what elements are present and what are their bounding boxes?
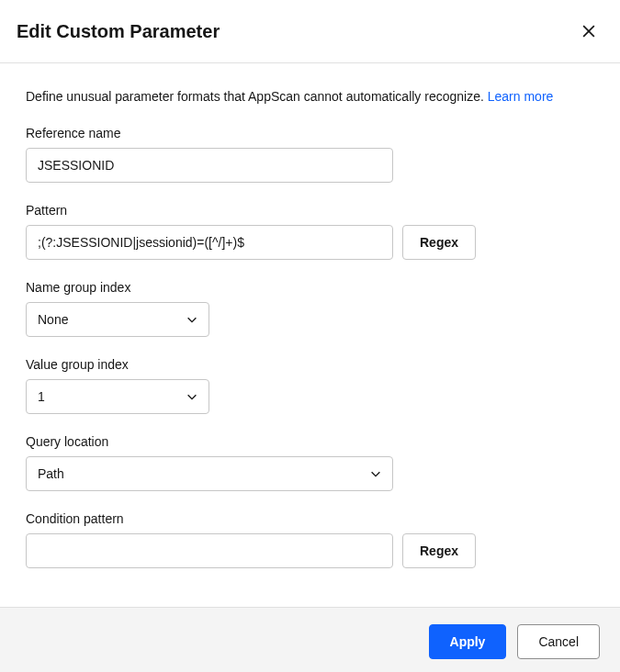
- close-icon: [580, 22, 598, 40]
- close-button[interactable]: [574, 17, 603, 46]
- pattern-input[interactable]: [26, 225, 393, 260]
- value-group-index-field: Value group index 1: [26, 357, 594, 414]
- condition-pattern-label: Condition pattern: [26, 511, 594, 526]
- dialog-content: Define unusual parameter formats that Ap…: [0, 63, 620, 607]
- description-body: Define unusual parameter formats that Ap…: [26, 89, 488, 104]
- reference-name-label: Reference name: [26, 126, 594, 140]
- condition-pattern-input[interactable]: [26, 533, 393, 568]
- dialog-header: Edit Custom Parameter: [0, 0, 620, 63]
- value-group-index-label: Value group index: [26, 357, 594, 372]
- condition-pattern-row: Regex: [26, 533, 594, 568]
- description-text: Define unusual parameter formats that Ap…: [26, 89, 594, 104]
- name-group-index-field: Name group index None: [26, 280, 594, 337]
- name-group-index-label: Name group index: [26, 280, 594, 295]
- name-group-index-select-wrapper: None: [26, 302, 209, 337]
- pattern-field: Pattern Regex: [26, 203, 594, 260]
- cancel-button[interactable]: Cancel: [517, 624, 600, 659]
- condition-pattern-field: Condition pattern Regex: [26, 511, 594, 568]
- pattern-label: Pattern: [26, 203, 594, 218]
- edit-custom-parameter-dialog: Edit Custom Parameter Define unusual par…: [0, 0, 620, 672]
- reference-name-input[interactable]: [26, 148, 393, 183]
- query-location-label: Query location: [26, 434, 594, 449]
- condition-pattern-regex-button[interactable]: Regex: [402, 533, 476, 568]
- learn-more-link[interactable]: Learn more: [488, 89, 554, 104]
- dialog-title: Edit Custom Parameter: [17, 21, 220, 42]
- dialog-footer: Apply Cancel: [0, 607, 620, 672]
- value-group-index-select[interactable]: 1: [26, 379, 209, 414]
- query-location-select[interactable]: Path: [26, 456, 393, 491]
- query-location-select-wrapper: Path: [26, 456, 393, 491]
- name-group-index-select[interactable]: None: [26, 302, 209, 337]
- reference-name-field: Reference name: [26, 126, 594, 183]
- pattern-regex-button[interactable]: Regex: [402, 225, 476, 260]
- value-group-index-select-wrapper: 1: [26, 379, 209, 414]
- pattern-row: Regex: [26, 225, 594, 260]
- apply-button[interactable]: Apply: [429, 624, 507, 659]
- query-location-field: Query location Path: [26, 434, 594, 491]
